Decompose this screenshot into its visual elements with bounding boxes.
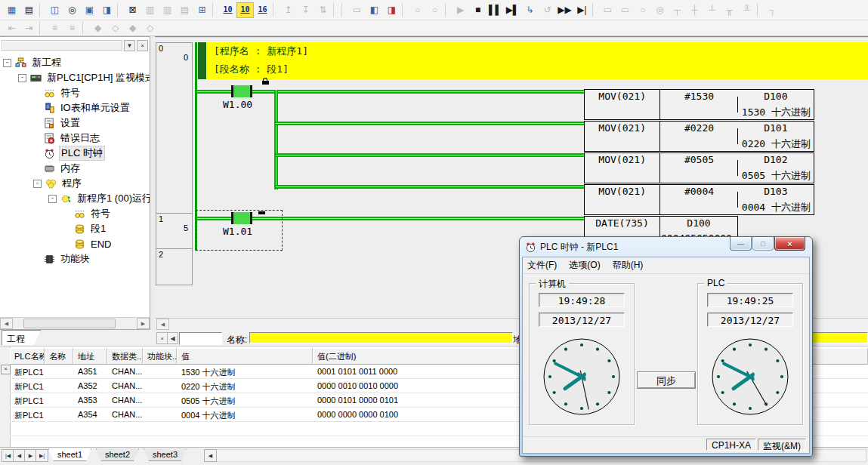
column-header[interactable]: 数据类... (107, 348, 143, 365)
indent-rung-icon[interactable]: ⇥ (20, 20, 38, 36)
pause-icon[interactable]: ▌▌ (487, 2, 504, 18)
reverse-branch-icon[interactable]: ┐ (764, 2, 781, 18)
watch-cell[interactable]: A352 (73, 379, 107, 393)
sheet-scroll-left-icon[interactable]: ◀ (204, 449, 217, 462)
column-header[interactable]: 名称 (45, 348, 73, 365)
outdent-rung-icon[interactable]: ⇤ (3, 20, 20, 36)
step-into-icon[interactable]: ↳ (521, 2, 539, 18)
watch-cell[interactable]: 新PLC1 (10, 393, 45, 408)
minimize-button[interactable]: — (730, 237, 752, 251)
workspace-drag-bar[interactable] (2, 40, 122, 51)
ladder-diagram-icon[interactable]: ▦ (3, 2, 20, 18)
transfer-to-plc-icon[interactable]: ◨ (383, 2, 400, 18)
find-replace-icon[interactable]: ⊠ (124, 2, 141, 18)
instruction-mov021[interactable]: MOV(021)#0220D1010220 十六进制 (584, 121, 814, 152)
new-closed-coil-icon[interactable]: ◎ (651, 2, 669, 18)
tree-item-section[interactable]: 段1 (0, 221, 150, 236)
scroll-right-icon[interactable]: ▶ (137, 318, 150, 329)
expander-icon[interactable]: - (48, 195, 57, 203)
watch-cell[interactable] (143, 408, 177, 422)
close-button[interactable]: × (774, 237, 805, 251)
tree-item-plc[interactable]: -新PLC1[CP1H] 监视模式 (0, 70, 150, 85)
mnemonic-view-icon[interactable]: ▤ (20, 2, 38, 18)
tree-item-programs[interactable]: -程序 (0, 176, 150, 191)
scroll-left-icon[interactable]: ◀ (0, 318, 13, 329)
watch-cell[interactable]: 新PLC1 (10, 379, 45, 393)
workspace-dropdown-icon[interactable]: ▼ (124, 40, 135, 51)
watch-cell[interactable]: CHAN... (107, 393, 143, 408)
copy-icon[interactable]: ▥ (159, 2, 176, 18)
work-online-icon[interactable]: ◧ (366, 2, 383, 18)
instruction-mov021[interactable]: MOV(021)#1530D1001530 十六进制 (584, 89, 814, 120)
new-vertical-cross-icon[interactable]: ┼ (686, 2, 703, 18)
stop-icon[interactable]: ■ (469, 2, 487, 18)
diff-mark-1-icon[interactable]: ◆ (89, 20, 107, 36)
new-contact-icon[interactable]: ▭ (599, 2, 616, 18)
workspace-tab-project[interactable]: 工程 (2, 330, 41, 345)
sheet-tab-sheet1[interactable]: sheet1 (48, 448, 91, 461)
tree-item-io-table[interactable]: IO表和单元设置 (0, 100, 150, 115)
watch-cell[interactable]: 新PLC1 (10, 408, 45, 422)
contact-w1-00[interactable] (231, 85, 252, 97)
workspace-hscrollbar[interactable]: ◀ ▶ (0, 317, 150, 329)
watch-cell[interactable] (45, 365, 73, 379)
rung-cell[interactable]: 2 (156, 248, 193, 285)
rung-annotation-icon[interactable]: ≡ (63, 20, 81, 36)
monitor-signed-decimal-icon[interactable]: 10 (236, 2, 254, 18)
watch-cell[interactable]: 新PLC1 (10, 365, 45, 379)
instruction-mov021[interactable]: MOV(021)#0004D1030004 十六进制 (584, 184, 814, 215)
expander-icon[interactable]: - (3, 59, 11, 67)
new-vertical-down-icon[interactable]: ┬ (669, 2, 686, 18)
column-header[interactable]: 地址 (73, 348, 107, 365)
tree-item-symbols[interactable]: 符号 (0, 85, 150, 100)
tree-item-error-log[interactable]: 错误日志 (0, 131, 150, 146)
scan-run-icon[interactable]: ▶| (573, 2, 591, 18)
watch-cell[interactable]: 0220 十六进制 (177, 379, 313, 393)
rung-comment-icon[interactable]: ≡ (46, 20, 63, 36)
rung-comment[interactable]: [程序名 : 新程序1] [段名称 : 段1] (206, 42, 868, 79)
sheet-tab-sheet2[interactable]: sheet2 (96, 448, 139, 461)
address-reference-tool-icon[interactable]: ⊞ (193, 2, 211, 18)
paste-icon[interactable]: ▤ (176, 2, 193, 18)
tree-item-memory[interactable]: 内存 (0, 161, 150, 176)
pan-alt-icon[interactable]: ○ (426, 2, 443, 18)
monitor-window-icon[interactable]: ◫ (46, 2, 63, 18)
tree-item-symbols[interactable]: 符号 (0, 206, 150, 221)
expander-icon[interactable]: - (18, 74, 26, 82)
watch-cell[interactable]: 0004 十六进制 (177, 408, 313, 422)
column-header[interactable]: PLC名称 (10, 348, 45, 365)
column-header[interactable]: 值 (177, 348, 313, 365)
diff-mark-3-icon[interactable]: ◆ (124, 20, 141, 36)
watch-cell[interactable] (45, 379, 73, 393)
monitor-decimal-icon[interactable]: 10 (219, 2, 236, 18)
diff-mark-2-icon[interactable]: ◇ (107, 20, 124, 36)
step-run-icon[interactable]: ▶▌ (504, 2, 521, 18)
scroll-thumb[interactable] (23, 319, 116, 328)
menu-file[interactable]: 文件(F) (527, 259, 557, 272)
watch-cell[interactable]: 0505 十六进制 (177, 393, 313, 408)
watch-cell[interactable]: CHAN... (107, 408, 143, 422)
new-coil-icon[interactable]: ○ (634, 2, 651, 18)
properties-window-icon[interactable]: ◨ (98, 2, 116, 18)
watch-close-icon[interactable]: × (156, 332, 168, 344)
watch-cell[interactable] (143, 393, 177, 408)
sync-button[interactable]: 同步 (637, 371, 696, 389)
compare-icon[interactable]: ⇅ (314, 2, 332, 18)
watch-cell[interactable]: CHAN... (107, 365, 143, 379)
rung-cell[interactable]: 0 0 (156, 42, 193, 214)
tree-item-settings[interactable]: 设置 (0, 115, 150, 131)
name-input[interactable] (249, 332, 513, 343)
new-closed-contact-icon[interactable]: ▭ (616, 2, 634, 18)
tree-item-project[interactable]: -新工程 (0, 55, 150, 70)
tree-item-plc-clock[interactable]: PLC 时钟 (0, 146, 150, 161)
watch-cell[interactable] (143, 365, 177, 379)
watch-combo[interactable] (179, 332, 222, 345)
monitor-hex-icon[interactable]: 16 (254, 2, 271, 18)
new-horizontal-icon[interactable]: ╨ (738, 2, 755, 18)
watch-cell[interactable]: 1530 十六进制 (177, 365, 313, 379)
continuous-step-icon[interactable]: ▶▶ (556, 2, 573, 18)
new-vertical-up-icon[interactable]: ┴ (703, 2, 721, 18)
watch-back-icon[interactable]: ◀ (167, 332, 178, 344)
instruction-mov021[interactable]: MOV(021)#0505D1020505 十六进制 (584, 152, 814, 183)
scroll-left-icon[interactable]: ◀ (156, 319, 169, 330)
